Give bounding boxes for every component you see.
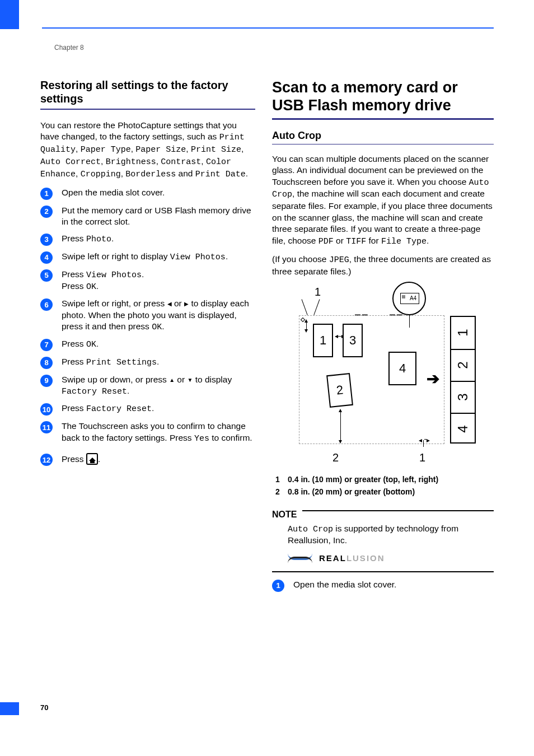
right-intro: You can scan multiple documents placed o… (272, 153, 494, 248)
step-text: Press View Photos.Press OK. (62, 269, 255, 293)
page-number: 70 (40, 703, 48, 712)
step-text: Swipe left or right to display View Phot… (62, 251, 255, 263)
diagram-bottom-label-2: 2 (332, 451, 339, 464)
triangle-up-icon: ▲ (169, 376, 175, 384)
step-badge: 8 (40, 357, 53, 369)
home-icon (86, 453, 98, 465)
step-text: Put the memory card or USB Flash memory … (62, 205, 255, 228)
note-label: NOTE (272, 510, 297, 520)
triangle-right-icon: ▶ (184, 300, 189, 307)
step-text: Press Photo. (62, 233, 255, 245)
right-column: Scan to a memory card or USB Flash memor… (272, 78, 494, 597)
left-heading: Restoring all settings to the factory se… (40, 78, 255, 105)
diagram-doc-4: 4 (388, 352, 416, 385)
arrow-right-icon: ➔ (427, 370, 439, 388)
step-badge: 7 (40, 339, 53, 351)
margin-tab-bottom (0, 702, 19, 715)
step-badge: 3 (40, 234, 53, 246)
step-badge: 11 (40, 421, 53, 433)
reallusion-logo: REALLUSION (288, 553, 494, 563)
step-text: Press . (62, 453, 255, 465)
triangle-down-icon: ▼ (187, 376, 193, 384)
diagram-bottom-label-1: 1 (419, 451, 425, 464)
heading-rule (272, 118, 494, 120)
diagram-doc-3: 3 (343, 324, 363, 357)
step-badge: 1 (40, 188, 53, 200)
step-badge: 2 (40, 206, 53, 218)
subheading-rule (272, 144, 494, 144)
step-badge: 4 (40, 251, 53, 264)
step-text: Open the media slot cover. (293, 579, 494, 590)
step-badge: 12 (40, 454, 53, 466)
left-steps: 1Open the media slot cover. 2Put the mem… (40, 187, 255, 466)
diagram-top-label: 1 (315, 286, 321, 298)
step-text: Open the media slot cover. (62, 187, 255, 198)
output-stack: 1 2 3 4 (450, 316, 476, 444)
right-paren: (If you choose JPEG, the three documents… (272, 254, 494, 277)
step-badge: 5 (40, 269, 53, 282)
margin-tab-top (0, 0, 19, 29)
reallusion-swoosh-icon (288, 553, 313, 563)
step-text: The Touchscreen asks you to confirm to c… (62, 421, 255, 444)
step-badge: 10 (40, 403, 53, 416)
right-subheading: Auto Crop (272, 130, 494, 142)
heading-rule (40, 109, 255, 110)
step-text: Swipe up or down, or press ▲ or ▼ to dis… (62, 374, 255, 398)
left-intro: You can restore the PhotoCapture setting… (40, 120, 255, 180)
note-body: Auto Crop is supported by technology fro… (272, 523, 494, 563)
step-text: Press OK. (62, 338, 255, 351)
autocrop-diagram: 1 ▬ ▬▬ ▬ A4 1 3 2 4 2 1 ➔ 1 2 3 4 (282, 284, 484, 469)
header-rule (42, 27, 494, 29)
step-text: Press Factory Reset. (62, 403, 255, 415)
chapter-label: Chapter 8 (54, 44, 84, 52)
right-heading: Scan to a memory card or USB Flash memor… (272, 78, 494, 115)
step-badge: 6 (40, 298, 53, 311)
margins-legend: 10.4 in. (10 mm) or greater (top, left, … (272, 475, 494, 496)
step-badge: 9 (40, 375, 53, 387)
step-badge: 1 (272, 580, 284, 592)
step-text: Swipe left or right, or press ◀ or ▶ to … (62, 298, 255, 333)
step-text: Press Print Settings. (62, 356, 255, 368)
right-step-1: 1 Open the media slot cover. (272, 579, 494, 592)
left-column: Restoring all settings to the factory se… (40, 78, 255, 597)
triangle-left-icon: ◀ (167, 300, 172, 307)
diagram-doc-1: 1 (313, 324, 333, 357)
diagram-doc-2: 2 (326, 373, 353, 408)
magnifier-icon: A4 (392, 282, 426, 315)
